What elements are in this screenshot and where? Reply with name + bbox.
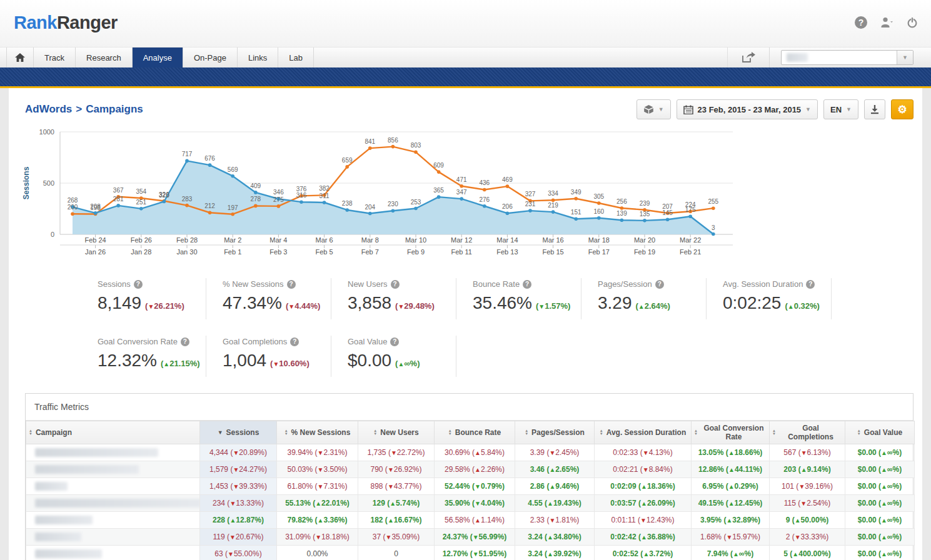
svg-text:Mar 8: Mar 8 bbox=[361, 236, 379, 244]
metric-cell: 567 (▼6.13%) bbox=[770, 444, 845, 461]
metric-cell: 9 (▲50.00%) bbox=[770, 512, 845, 529]
tab-research[interactable]: Research bbox=[76, 48, 133, 68]
y-axis-title: Sessions bbox=[22, 166, 31, 199]
data-label: 346 bbox=[273, 189, 284, 196]
help-icon[interactable]: ? bbox=[523, 280, 531, 289]
help-icon[interactable]: ? bbox=[391, 280, 400, 289]
campaign-cell[interactable] bbox=[26, 512, 200, 529]
redacted-campaign-name bbox=[35, 482, 68, 491]
tab-links[interactable]: Links bbox=[238, 48, 278, 68]
data-label: 255 bbox=[708, 198, 718, 205]
kpi-pages-session: Pages/Session?3.29(▲2.64%) bbox=[581, 278, 707, 319]
tab-on-page[interactable]: On-Page bbox=[183, 48, 238, 68]
report-type-button[interactable]: ▼ bbox=[637, 99, 671, 119]
help-icon[interactable]: ? bbox=[390, 338, 399, 346]
column-header-new-sessions[interactable]: ▲▼% New Sessions bbox=[277, 421, 358, 444]
metric-cell: 55.13% (▲22.01%) bbox=[277, 495, 358, 512]
svg-text:Jan 30: Jan 30 bbox=[176, 248, 197, 256]
rankranger-logo[interactable]: RankRanger bbox=[14, 12, 118, 33]
campaign-cell[interactable] bbox=[26, 444, 200, 461]
data-label: 219 bbox=[548, 202, 558, 209]
user-menu[interactable] bbox=[880, 16, 893, 29]
kpi-label: Goal Conversion Rate? bbox=[98, 337, 206, 346]
calendar-icon bbox=[683, 105, 693, 114]
column-header-pages-session[interactable]: ▲▼Pages/Session bbox=[515, 421, 595, 444]
kpi-summary: Sessions?8,149(▼26.21%)% New Sessions?47… bbox=[18, 262, 913, 377]
settings-button[interactable]: ⚙ bbox=[891, 99, 913, 119]
date-range-label: 23 Feb, 2015 - 23 Mar, 2015 bbox=[698, 105, 802, 114]
data-label: 251 bbox=[136, 199, 146, 206]
data-label: 239 bbox=[640, 200, 650, 207]
breadcrumb-separator: > bbox=[72, 103, 86, 115]
column-header-bounce-rate[interactable]: ▲▼Bounce Rate bbox=[435, 421, 515, 444]
metric-cell: 4,344 (▼20.89%) bbox=[200, 444, 277, 461]
metric-cell: $0.00 (▲∞%) bbox=[845, 478, 915, 495]
language-label: EN bbox=[830, 105, 842, 114]
nav-home[interactable] bbox=[6, 48, 34, 68]
share-button[interactable] bbox=[727, 48, 770, 68]
column-header-campaign[interactable]: ▲▼Campaign bbox=[26, 421, 200, 444]
column-header-goal-value[interactable]: ▲▼Goal Value bbox=[845, 421, 915, 444]
svg-text:Feb 1: Feb 1 bbox=[224, 248, 241, 256]
svg-text:Mar 14: Mar 14 bbox=[496, 236, 518, 244]
metric-cell: 52.44% (▼0.79%) bbox=[435, 478, 515, 495]
column-header-new-users[interactable]: ▲▼New Users bbox=[358, 421, 435, 444]
metric-cell: 63 (▼55.00%) bbox=[200, 546, 277, 560]
campaign-cell[interactable] bbox=[26, 461, 200, 478]
campaign-cell[interactable] bbox=[26, 495, 200, 512]
data-label: 231 bbox=[525, 201, 536, 208]
metric-cell: 0:02:33 (▼4.13%) bbox=[595, 444, 692, 461]
help-icon[interactable]: ? bbox=[134, 280, 143, 289]
traffic-metrics-panel: Traffic Metrics ▲▼Campaign▼Sessions▲▼% N… bbox=[25, 393, 913, 560]
metric-cell: 1,735 (▼22.72%) bbox=[358, 444, 435, 461]
campaign-cell[interactable] bbox=[26, 546, 200, 560]
download-button[interactable] bbox=[864, 99, 885, 119]
redacted-campaign-name bbox=[35, 549, 102, 558]
metric-cell: 0:02:42 (▲36.88%) bbox=[595, 529, 692, 546]
main-nav: TrackResearchAnalyseOn-PageLinksLab ▼ bbox=[0, 48, 931, 68]
column-header-sessions[interactable]: ▼Sessions bbox=[200, 421, 277, 444]
data-label: 145 bbox=[662, 209, 673, 216]
kpi-avg-session-duration: Avg. Session Duration?0:02:25(▲0.32%) bbox=[707, 278, 832, 319]
data-label: 198 bbox=[90, 204, 101, 211]
column-header-avg-session-duration[interactable]: ▲▼Avg. Session Duration bbox=[595, 421, 692, 444]
data-label: 436 bbox=[479, 179, 490, 186]
logout-button[interactable] bbox=[906, 16, 918, 29]
metric-cell: 898 (▼43.77%) bbox=[358, 478, 435, 495]
select-caret[interactable]: ▼ bbox=[897, 51, 913, 64]
campaign-cell[interactable] bbox=[26, 478, 200, 495]
help-icon[interactable]: ? bbox=[855, 16, 867, 29]
breadcrumb-adwords[interactable]: AdWords bbox=[25, 103, 72, 115]
svg-text:Feb 19: Feb 19 bbox=[634, 248, 655, 256]
date-range-picker[interactable]: 23 Feb, 2015 - 23 Mar, 2015 ▼ bbox=[677, 99, 818, 119]
data-label: 354 bbox=[136, 188, 146, 195]
campaign-cell[interactable] bbox=[26, 529, 200, 546]
help-icon[interactable]: ? bbox=[181, 338, 189, 346]
svg-text:Mar 18: Mar 18 bbox=[588, 236, 610, 244]
help-icon[interactable]: ? bbox=[287, 280, 296, 289]
tab-lab[interactable]: Lab bbox=[278, 48, 314, 68]
kpi-label: % New Sessions? bbox=[223, 279, 331, 289]
metric-cell: $0.00 (▲∞%) bbox=[845, 495, 915, 512]
tab-track[interactable]: Track bbox=[34, 48, 76, 68]
column-header-goal-conversion-rate[interactable]: ▲▼Goal Conversion Rate bbox=[692, 421, 770, 444]
metric-cell: 5 (▲400.00%) bbox=[770, 546, 845, 560]
profile-select[interactable]: ▼ bbox=[781, 50, 913, 65]
help-icon[interactable]: ? bbox=[655, 280, 664, 289]
language-select[interactable]: EN ▼ bbox=[823, 99, 858, 119]
column-header-goal-completions[interactable]: ▲▼Goal Completions bbox=[770, 421, 845, 444]
data-label: 569 bbox=[228, 166, 238, 173]
data-label: 200 bbox=[68, 204, 78, 211]
metric-cell: 12.70% (▼51.95%) bbox=[435, 546, 515, 560]
data-label: 135 bbox=[640, 211, 650, 218]
help-icon[interactable]: ? bbox=[290, 338, 299, 346]
metric-cell: 234 (▼13.33%) bbox=[200, 495, 277, 512]
metric-cell: $0.00 (▲∞%) bbox=[845, 529, 915, 546]
tab-analyse[interactable]: Analyse bbox=[133, 48, 183, 68]
help-icon[interactable]: ? bbox=[806, 280, 815, 289]
metric-cell: 31.09% (▼18.18%) bbox=[277, 529, 358, 546]
redacted-campaign-name bbox=[35, 465, 139, 474]
metric-cell: $0.00 (▲∞%) bbox=[845, 444, 915, 461]
breadcrumb-campaigns[interactable]: Campaigns bbox=[86, 103, 143, 115]
kpi-delta: (▼10.60%) bbox=[270, 359, 309, 368]
